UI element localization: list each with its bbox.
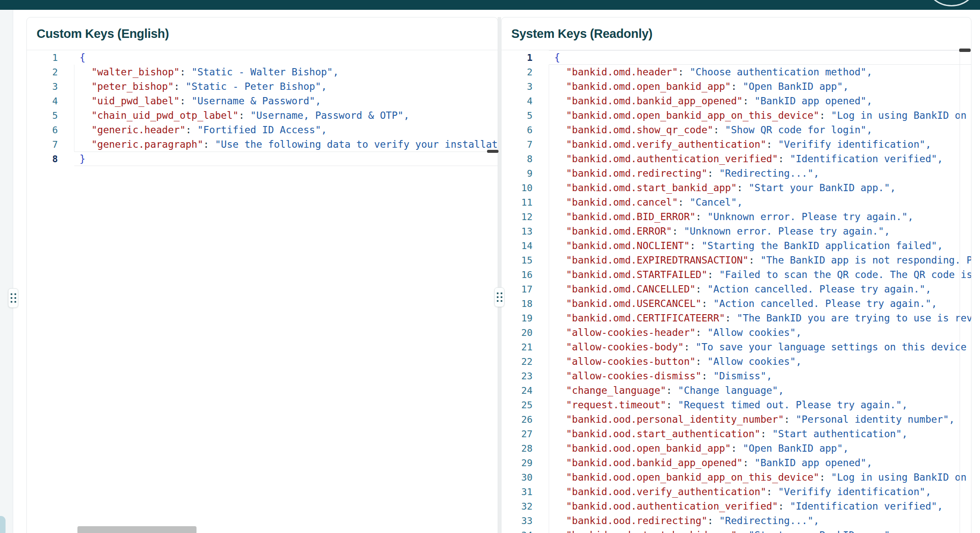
code-text: "bankid.omd.EXPIREDTRANSACTION": "The Ba… [549,253,971,267]
panel-splitter[interactable] [498,17,501,533]
json-key: "allow-cookies-dismiss" [566,370,702,381]
json-brace: { [80,52,85,63]
line-number: 5 [27,110,74,121]
v-scrollbar-thumb-right-editor[interactable] [959,49,971,52]
code-line[interactable]: 25 "request.timeout": "Request timed out… [501,398,971,412]
indent [554,341,566,352]
json-colon: : [695,211,707,222]
code-text: } [74,152,498,166]
code-line[interactable]: 28 "bankid.ood.open_bankid_app": "Open B… [501,441,971,456]
code-line[interactable]: 6 "bankid.omd.show_qr_code": "Show QR co… [501,123,971,137]
code-lines: 1{2 "bankid.omd.header": "Choose authent… [501,50,971,533]
floating-edge-tab[interactable] [0,516,6,533]
code-line[interactable]: 34 "bankid.ood.start_bankid_app": "Start… [501,528,971,533]
code-line[interactable]: 17 "bankid.omd.CANCELLED": "Action cance… [501,282,971,296]
code-line[interactable]: 22 "allow-cookies-button": "Allow cookie… [501,354,971,369]
json-colon: : [701,370,713,381]
code-line[interactable]: 2 "walter_bishop": "Static - Walter Bish… [27,65,498,79]
sidebar-resize-handle[interactable] [8,288,18,308]
code-text: "bankid.omd.CANCELLED": "Action cancelle… [549,282,971,296]
code-line[interactable]: 30 "bankid.ood.open_bankid_app_on_this_d… [501,470,971,484]
code-line[interactable]: 31 "bankid.ood.verify_authentication": "… [501,484,971,499]
code-line[interactable]: 19 "bankid.omd.CERTIFICATEERR": "The Ban… [501,311,971,325]
json-comma: , [902,399,908,410]
line-number: 19 [501,313,549,324]
code-line[interactable]: 29 "bankid.ood.bankid_app_opened": "Bank… [501,456,971,470]
line-number: 1 [501,52,549,63]
indent [554,168,566,179]
json-key: "bankid.omd.verify_authentication" [566,139,766,150]
code-text: "bankid.omd.verify_authentication": "Ver… [549,137,971,152]
h-scrollbar-thumb-bottom[interactable] [77,526,197,533]
code-line[interactable]: 12 "bankid.omd.BID_ERROR": "Unknown erro… [501,209,971,224]
code-line[interactable]: 10 "bankid.omd.start_bankid_app": "Start… [501,181,971,195]
code-line[interactable]: 24 "change_language": "Change language", [501,383,971,398]
json-colon: : [819,110,831,121]
json-colon: : [784,414,796,425]
indent [80,81,91,92]
json-value: "Change language" [678,385,778,396]
code-line[interactable]: 4 "uid_pwd_label": "Username & Password"… [27,94,498,108]
code-text: "bankid.ood.bankid_app_opened": "BankID … [549,456,971,470]
code-line[interactable]: 5 "bankid.omd.open_bankid_app_on_this_de… [501,108,971,123]
code-line[interactable]: 32 "bankid.ood.authentication_verified":… [501,499,971,513]
json-colon: : [725,312,737,324]
json-value: "Personal identity number" [796,414,949,425]
code-line[interactable]: 15 "bankid.omd.EXPIREDTRANSACTION": "The… [501,253,971,267]
code-line[interactable]: 11 "bankid.omd.cancel": "Cancel", [501,195,971,209]
code-line[interactable]: 8 "bankid.omd.authentication_verified": … [501,152,971,166]
indent [554,124,566,135]
code-line[interactable]: 23 "allow-cookies-dismiss": "Dismiss", [501,369,971,383]
line-number: 7 [501,139,549,150]
code-text: "bankid.omd.open_bankid_app_on_this_devi… [549,108,971,123]
json-value: "Static - Peter Bishop" [185,81,321,92]
code-line[interactable]: 4 "bankid.omd.bankid_app_opened": "BankI… [501,94,971,108]
json-colon: : [684,341,696,352]
code-line[interactable]: 33 "bankid.ood.redirecting": "Redirectin… [501,513,971,528]
line-number: 10 [501,183,549,193]
code-line[interactable]: 1{ [501,50,971,65]
json-comma: , [866,66,872,77]
code-line[interactable]: 2 "bankid.omd.header": "Choose authentic… [501,65,971,79]
avatar-circle[interactable] [924,0,979,6]
code-line[interactable]: 13 "bankid.omd.ERROR": "Unknown error. P… [501,224,971,238]
code-line[interactable]: 21 "allow-cookies-body": "To save your l… [501,340,971,354]
json-comma: , [813,168,819,179]
h-scrollbar-thumb-left-editor[interactable] [487,150,499,153]
indent [554,501,566,512]
json-value: "Start your BankID app." [749,530,890,533]
json-value: "Fortified ID Access" [197,124,321,135]
code-line[interactable]: 16 "bankid.omd.STARTFAILED": "Failed to … [501,267,971,282]
code-line[interactable]: 9 "bankid.omd.redirecting": "Redirecting… [501,166,971,181]
json-key: "allow-cookies-body" [566,341,684,352]
code-line[interactable]: 3 "peter_bishop": "Static - Peter Bishop… [27,79,498,94]
line-number: 13 [501,226,549,237]
left-sidebar-rail [0,10,13,533]
json-key: "bankid.omd.USERCANCEL" [566,298,702,309]
json-value: "Log in using BankID on th [831,472,971,483]
code-line[interactable]: 14 "bankid.omd.NOCLIENT": "Starting the … [501,238,971,253]
code-line[interactable]: 1{ [27,50,498,65]
splitter-resize-handle[interactable] [494,287,504,307]
code-line[interactable]: 27 "bankid.ood.start_authentication": "S… [501,427,971,441]
code-line[interactable]: 8} [27,152,498,166]
json-comma: , [866,124,872,135]
code-line[interactable]: 5 "chain_uid_pwd_otp_label": "Username, … [27,108,498,123]
code-line[interactable]: 3 "bankid.omd.open_bankid_app": "Open Ba… [501,79,971,94]
indent [554,515,566,526]
code-line[interactable]: 6 "generic.header": "Fortified ID Access… [27,123,498,137]
indent [554,284,566,295]
code-line[interactable]: 18 "bankid.omd.USERCANCEL": "Action canc… [501,296,971,311]
code-line[interactable]: 20 "allow-cookies-header": "Allow cookie… [501,325,971,340]
json-value: "Open BankID app" [743,81,843,92]
line-number: 24 [501,385,549,396]
code-line[interactable]: 7 "bankid.omd.verify_authentication": "V… [501,137,971,152]
code-line[interactable]: 26 "bankid.ood.personal_identity_number"… [501,412,971,427]
json-key: "allow-cookies-header" [566,327,696,338]
code-line[interactable]: 7 "generic.paragraph": "Use the followin… [27,137,498,152]
line-number: 30 [501,472,549,483]
code-text: "chain_uid_pwd_otp_label": "Username, Pa… [74,108,498,123]
v-scrollbar-track-right-editor[interactable] [960,50,960,533]
code-editor-system-keys[interactable]: 1{2 "bankid.omd.header": "Choose authent… [501,50,971,533]
code-editor-custom-keys[interactable]: 1{2 "walter_bishop": "Static - Walter Bi… [27,50,498,166]
